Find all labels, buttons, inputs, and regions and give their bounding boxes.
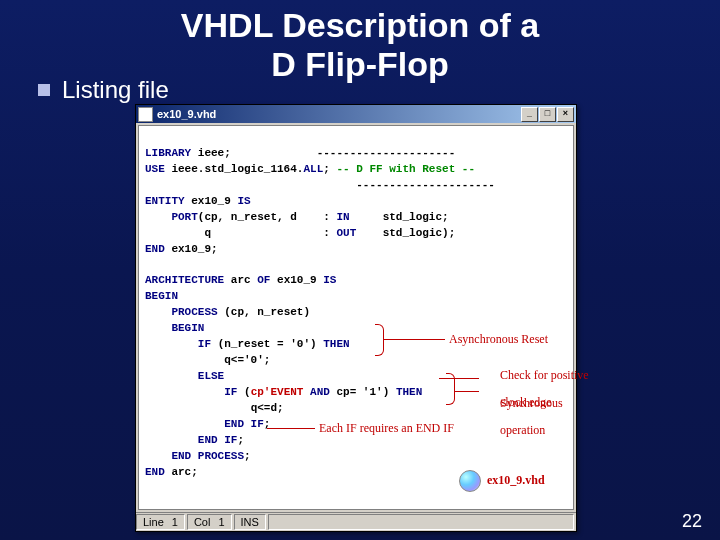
code-kw: END IF bbox=[145, 418, 264, 430]
maximize-button[interactable]: □ bbox=[539, 107, 556, 122]
code-text: q<=d; bbox=[251, 402, 284, 414]
arrow-icon bbox=[383, 339, 445, 340]
status-ins: INS bbox=[234, 514, 266, 530]
code-kw: LIBRARY bbox=[145, 147, 198, 159]
code-text: q : bbox=[204, 227, 336, 239]
code-text: ex10_9 bbox=[191, 195, 237, 207]
slide-title: VHDL Description of a D Flip-Flop bbox=[0, 0, 720, 84]
close-button[interactable]: × bbox=[557, 107, 574, 122]
annotation-async-reset: Asynchronous Reset bbox=[449, 333, 548, 346]
code-kw: OF bbox=[257, 274, 277, 286]
code-indent bbox=[145, 354, 224, 366]
code-kw: END IF bbox=[145, 434, 237, 446]
code-kw: IF bbox=[145, 386, 244, 398]
code-kw: PROCESS bbox=[145, 306, 224, 318]
code-text bbox=[145, 227, 204, 239]
code-text: (cp, n_reset, d : bbox=[198, 211, 337, 223]
code-kw: BEGIN bbox=[145, 290, 178, 302]
code-kw: ENTITY bbox=[145, 195, 191, 207]
annotation-end-if: Each IF requires an END IF bbox=[319, 422, 454, 435]
brace-icon bbox=[375, 324, 384, 356]
code-text: (n_reset = '0') bbox=[218, 338, 324, 350]
code-text: ; bbox=[237, 434, 244, 446]
code-text: ieee; --------------------- bbox=[198, 147, 455, 159]
code-blank bbox=[145, 259, 152, 271]
annotation-line: Check for positive bbox=[500, 368, 589, 382]
title-line-1: VHDL Description of a bbox=[181, 6, 539, 44]
window-title: ex10_9.vhd bbox=[157, 108, 517, 120]
editor-window: ex10_9.vhd _ □ × LIBRARY ieee; ---------… bbox=[135, 104, 577, 532]
annotation-line: operation bbox=[500, 423, 545, 437]
code-kw: IS bbox=[237, 195, 250, 207]
code-kw: IS bbox=[323, 274, 336, 286]
code-kw: ARCHITECTURE bbox=[145, 274, 231, 286]
code-text: (cp, n_reset) bbox=[224, 306, 310, 318]
code-kw: END bbox=[145, 466, 171, 478]
code-text: ; bbox=[244, 450, 251, 462]
file-icon bbox=[138, 107, 153, 122]
code-indent bbox=[145, 402, 251, 414]
code-kw: IF bbox=[145, 338, 218, 350]
status-line-value: 1 bbox=[172, 515, 178, 529]
code-text: q<='0'; bbox=[224, 354, 270, 366]
code-text: std_logic); bbox=[356, 227, 455, 239]
window-buttons: _ □ × bbox=[521, 107, 574, 122]
slide-number: 22 bbox=[682, 511, 702, 532]
code-text: ; bbox=[323, 163, 336, 175]
title-line-2: D Flip-Flop bbox=[271, 45, 449, 83]
code-text: cp= '1') bbox=[336, 386, 395, 398]
minimize-button[interactable]: _ bbox=[521, 107, 538, 122]
code-red: cp'EVENT bbox=[251, 386, 304, 398]
code-text: std_logic; bbox=[350, 211, 449, 223]
cd-label: ex10_9.vhd bbox=[487, 472, 545, 489]
status-bar: Line 1 Col 1 INS bbox=[136, 512, 576, 531]
code-kw: THEN bbox=[396, 386, 422, 398]
code-text: ex10_9; bbox=[171, 243, 217, 255]
brace-icon bbox=[446, 373, 455, 405]
code-kw: USE bbox=[145, 163, 171, 175]
code-text: arc bbox=[231, 274, 257, 286]
code-text: ( bbox=[244, 386, 251, 398]
code-kw: AND bbox=[303, 386, 336, 398]
code-kw: END PROCESS bbox=[145, 450, 244, 462]
status-col-label: Col bbox=[194, 515, 211, 529]
code-kw: IN bbox=[336, 211, 349, 223]
arrow-icon bbox=[454, 391, 479, 392]
code-kw: END bbox=[145, 243, 171, 255]
status-col: Col 1 bbox=[187, 514, 232, 530]
code-kw: OUT bbox=[336, 227, 356, 239]
annotation-line: Synchronous bbox=[500, 396, 563, 410]
titlebar: ex10_9.vhd _ □ × bbox=[136, 105, 576, 123]
code-kw: THEN bbox=[323, 338, 349, 350]
code-area: LIBRARY ieee; --------------------- USE … bbox=[138, 125, 574, 510]
code-text: ex10_9 bbox=[277, 274, 323, 286]
code-text: ieee.std_logic_1164. bbox=[171, 163, 303, 175]
arrow-icon bbox=[267, 428, 315, 429]
square-bullet-icon bbox=[38, 84, 50, 96]
bullet-text: Listing file bbox=[62, 76, 169, 104]
status-spacer bbox=[268, 514, 574, 530]
code-kw: ELSE bbox=[145, 370, 224, 382]
code-kw: BEGIN bbox=[145, 322, 204, 334]
code-text: --------------------- bbox=[145, 179, 495, 191]
code-text: arc; bbox=[171, 466, 197, 478]
cd-icon bbox=[459, 470, 481, 492]
annotation-sync-op: Synchronous operation bbox=[482, 384, 563, 450]
arrow-icon bbox=[439, 378, 479, 379]
cd-row: ex10_9.vhd bbox=[459, 470, 545, 492]
code-kw: ALL bbox=[303, 163, 323, 175]
code-comment: -- D FF with Reset -- bbox=[336, 163, 475, 175]
code-kw: PORT bbox=[145, 211, 198, 223]
status-col-value: 1 bbox=[218, 515, 224, 529]
